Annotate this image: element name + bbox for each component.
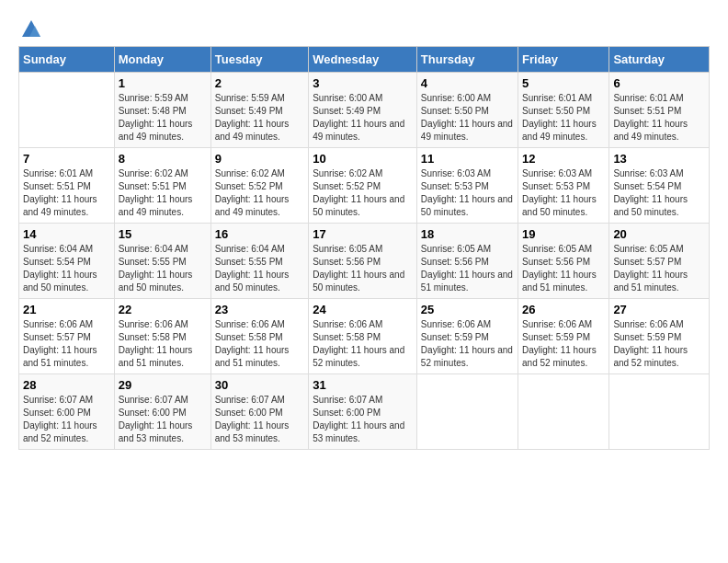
day-sunrise: Sunrise: 6:05 AM [313, 244, 382, 254]
day-sunset: Sunset: 5:54 PM [613, 181, 681, 191]
day-number: 17 [313, 227, 413, 241]
day-sunrise: Sunrise: 6:06 AM [613, 319, 683, 329]
day-sunset: Sunset: 5:49 PM [215, 106, 283, 116]
day-daylight: Daylight: 11 hours and 49 minutes. [23, 194, 97, 217]
day-sunset: Sunset: 5:57 PM [23, 332, 91, 342]
calendar-cell: 28 Sunrise: 6:07 AM Sunset: 6:00 PM Dayl… [19, 374, 115, 450]
calendar-cell: 7 Sunrise: 6:01 AM Sunset: 5:51 PM Dayli… [19, 148, 115, 224]
calendar-cell: 19 Sunrise: 6:05 AM Sunset: 5:56 PM Dayl… [518, 224, 609, 299]
day-daylight: Daylight: 11 hours and 49 minutes. [215, 119, 290, 142]
day-number: 9 [215, 152, 304, 166]
day-sunrise: Sunrise: 6:05 AM [613, 244, 683, 254]
calendar-week-5: 28 Sunrise: 6:07 AM Sunset: 6:00 PM Dayl… [19, 374, 710, 450]
day-number: 24 [313, 303, 413, 316]
day-number: 7 [23, 152, 110, 166]
calendar-cell: 11 Sunrise: 6:03 AM Sunset: 5:53 PM Dayl… [416, 148, 518, 224]
day-sunset: Sunset: 5:48 PM [119, 106, 187, 116]
day-sunrise: Sunrise: 6:06 AM [215, 319, 285, 329]
calendar-cell: 31 Sunrise: 6:07 AM Sunset: 6:00 PM Dayl… [309, 374, 417, 450]
day-daylight: Daylight: 11 hours and 51 minutes. [215, 345, 290, 368]
day-daylight: Daylight: 11 hours and 49 minutes. [215, 194, 290, 217]
calendar-cell: 5 Sunrise: 6:01 AM Sunset: 5:50 PM Dayli… [518, 73, 609, 148]
day-sunset: Sunset: 6:00 PM [215, 408, 283, 418]
day-daylight: Daylight: 11 hours and 53 minutes. [119, 420, 193, 443]
day-sunrise: Sunrise: 6:07 AM [119, 395, 188, 405]
day-daylight: Daylight: 11 hours and 49 minutes. [522, 119, 597, 142]
day-daylight: Daylight: 11 hours and 50 minutes. [23, 270, 97, 293]
day-sunset: Sunset: 5:53 PM [421, 181, 489, 191]
calendar-cell: 14 Sunrise: 6:04 AM Sunset: 5:54 PM Dayl… [19, 224, 115, 299]
day-daylight: Daylight: 11 hours and 50 minutes. [522, 194, 597, 217]
day-sunset: Sunset: 5:51 PM [23, 181, 91, 191]
calendar-cell: 26 Sunrise: 6:06 AM Sunset: 5:59 PM Dayl… [518, 299, 609, 374]
calendar-cell: 4 Sunrise: 6:00 AM Sunset: 5:50 PM Dayli… [416, 73, 518, 148]
weekday-header-friday: Friday [518, 47, 609, 73]
day-sunrise: Sunrise: 6:03 AM [522, 168, 592, 178]
calendar-cell: 23 Sunrise: 6:06 AM Sunset: 5:58 PM Dayl… [210, 299, 308, 374]
day-sunset: Sunset: 5:52 PM [215, 181, 283, 191]
day-daylight: Daylight: 11 hours and 49 minutes. [119, 194, 193, 217]
weekday-header-monday: Monday [114, 47, 210, 73]
day-number: 14 [23, 227, 110, 241]
day-sunrise: Sunrise: 6:04 AM [119, 244, 188, 254]
day-sunrise: Sunrise: 6:03 AM [421, 168, 491, 178]
day-number: 26 [522, 303, 605, 316]
calendar-week-2: 7 Sunrise: 6:01 AM Sunset: 5:51 PM Dayli… [19, 148, 710, 224]
day-sunrise: Sunrise: 6:00 AM [421, 93, 491, 103]
day-number: 30 [215, 378, 304, 392]
calendar-cell: 30 Sunrise: 6:07 AM Sunset: 6:00 PM Dayl… [210, 374, 308, 450]
day-number: 5 [522, 76, 605, 90]
day-sunset: Sunset: 5:52 PM [313, 181, 381, 191]
calendar-week-3: 14 Sunrise: 6:04 AM Sunset: 5:54 PM Dayl… [19, 224, 710, 299]
day-sunset: Sunset: 5:56 PM [313, 257, 381, 267]
day-sunset: Sunset: 5:53 PM [522, 181, 590, 191]
day-sunrise: Sunrise: 6:07 AM [23, 395, 93, 405]
day-sunrise: Sunrise: 6:00 AM [313, 93, 382, 103]
day-number: 29 [119, 378, 207, 392]
day-sunset: Sunset: 5:51 PM [119, 181, 187, 191]
day-daylight: Daylight: 11 hours and 49 minutes. [421, 119, 513, 142]
day-number: 23 [215, 303, 304, 316]
day-number: 27 [613, 303, 705, 316]
day-daylight: Daylight: 11 hours and 51 minutes. [613, 270, 688, 293]
day-number: 12 [522, 152, 605, 166]
weekday-header-wednesday: Wednesday [309, 47, 417, 73]
day-number: 16 [215, 227, 304, 241]
day-sunset: Sunset: 6:00 PM [313, 408, 381, 418]
calendar-cell [518, 374, 609, 450]
calendar-cell [19, 73, 115, 148]
day-daylight: Daylight: 11 hours and 50 minutes. [313, 194, 404, 217]
day-sunrise: Sunrise: 6:02 AM [119, 168, 188, 178]
day-sunset: Sunset: 5:58 PM [119, 332, 187, 342]
day-number: 1 [119, 76, 207, 90]
logo [18, 18, 42, 37]
calendar-week-4: 21 Sunrise: 6:06 AM Sunset: 5:57 PM Dayl… [19, 299, 710, 374]
day-daylight: Daylight: 11 hours and 50 minutes. [421, 194, 513, 217]
day-sunrise: Sunrise: 6:07 AM [215, 395, 285, 405]
day-sunrise: Sunrise: 6:01 AM [522, 93, 592, 103]
day-sunrise: Sunrise: 6:05 AM [522, 244, 592, 254]
weekday-header-saturday: Saturday [609, 47, 710, 73]
day-number: 31 [313, 378, 413, 392]
day-daylight: Daylight: 11 hours and 50 minutes. [613, 194, 688, 217]
day-sunrise: Sunrise: 6:01 AM [613, 93, 683, 103]
day-sunrise: Sunrise: 6:05 AM [421, 244, 491, 254]
calendar-body: 1 Sunrise: 5:59 AM Sunset: 5:48 PM Dayli… [19, 73, 710, 450]
day-number: 18 [421, 227, 514, 241]
day-sunset: Sunset: 5:59 PM [421, 332, 489, 342]
day-number: 6 [613, 76, 705, 90]
day-sunset: Sunset: 5:54 PM [23, 257, 91, 267]
calendar-cell: 3 Sunrise: 6:00 AM Sunset: 5:49 PM Dayli… [309, 73, 417, 148]
day-daylight: Daylight: 11 hours and 50 minutes. [313, 270, 404, 293]
day-sunset: Sunset: 5:55 PM [215, 257, 283, 267]
calendar-cell: 27 Sunrise: 6:06 AM Sunset: 5:59 PM Dayl… [609, 299, 710, 374]
day-sunset: Sunset: 5:58 PM [215, 332, 283, 342]
day-number: 10 [313, 152, 413, 166]
day-sunrise: Sunrise: 6:06 AM [23, 319, 93, 329]
calendar-cell: 29 Sunrise: 6:07 AM Sunset: 6:00 PM Dayl… [114, 374, 210, 450]
day-daylight: Daylight: 11 hours and 49 minutes. [313, 119, 404, 142]
calendar-cell: 17 Sunrise: 6:05 AM Sunset: 5:56 PM Dayl… [309, 224, 417, 299]
day-sunrise: Sunrise: 6:04 AM [215, 244, 285, 254]
day-number: 3 [313, 76, 413, 90]
day-number: 15 [119, 227, 207, 241]
